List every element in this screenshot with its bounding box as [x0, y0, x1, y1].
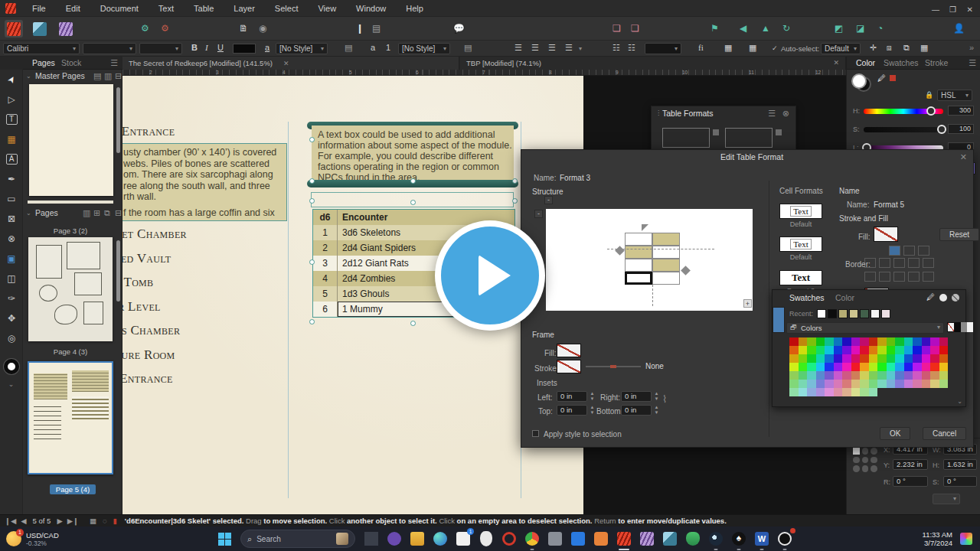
- border-preset-button[interactable]: [879, 258, 890, 268]
- steam-taskbar-icon[interactable]: [707, 530, 725, 548]
- photo-persona-button[interactable]: [57, 20, 75, 37]
- tab1-close-icon[interactable]: ✕: [283, 60, 289, 67]
- table-format-default[interactable]: [662, 128, 710, 148]
- palette-color[interactable]: [895, 380, 904, 388]
- border-preset-button[interactable]: [864, 272, 876, 282]
- palette-color[interactable]: [913, 371, 922, 380]
- settings-gear-icon[interactable]: ⚙: [161, 23, 169, 34]
- task-view-taskbar-icon[interactable]: [362, 530, 381, 548]
- fill-none-swatch[interactable]: [874, 227, 898, 242]
- color-panel-menu-icon[interactable]: ☰: [969, 58, 976, 68]
- anchor-b[interactable]: [862, 465, 869, 472]
- palette-color[interactable]: [789, 354, 799, 363]
- palette-color[interactable]: [851, 346, 861, 354]
- char-panel-icon[interactable]: ▤: [345, 43, 352, 53]
- palette-color[interactable]: [887, 337, 896, 346]
- anchor-bl[interactable]: [853, 465, 860, 472]
- arrange-forward-icon[interactable]: ❏: [612, 23, 621, 34]
- prev-page-button[interactable]: ◀: [21, 517, 26, 525]
- col-handle-diamond[interactable]: [681, 266, 691, 276]
- flip-vertical-icon[interactable]: ▲: [761, 23, 770, 34]
- palette-color[interactable]: [922, 363, 931, 371]
- palette-color[interactable]: [799, 337, 808, 346]
- snap-bounds-icon[interactable]: ⧈: [887, 43, 892, 53]
- palette-color[interactable]: [939, 363, 949, 371]
- master-page-thumbnail[interactable]: [29, 84, 113, 196]
- palette-color[interactable]: [789, 337, 799, 346]
- place-image-tool[interactable]: ▣: [0, 249, 23, 269]
- account-person-icon[interactable]: 👤: [953, 23, 965, 34]
- node-tool[interactable]: ▷: [0, 90, 23, 109]
- text-color-swatch[interactable]: [233, 44, 256, 54]
- list-style-select[interactable]: ▾: [645, 43, 681, 54]
- alienware-command-taskbar-icon[interactable]: ♠: [730, 530, 748, 548]
- alienware-taskbar-icon[interactable]: [477, 530, 495, 548]
- none-circle-icon[interactable]: [952, 294, 959, 302]
- font-style-select[interactable]: ▾: [83, 43, 136, 54]
- align-chevron-icon[interactable]: ▾: [579, 45, 582, 52]
- h-field[interactable]: 1.632 in: [943, 459, 977, 470]
- room-description-textbox[interactable]: usty chamber (90’ x 140’) is coveredwebs…: [122, 143, 287, 221]
- palette-color[interactable]: [913, 354, 922, 363]
- anchor-br[interactable]: [871, 465, 877, 472]
- hue-value[interactable]: 300: [948, 106, 974, 116]
- align-center-icon[interactable]: ☰: [531, 43, 539, 53]
- palette-color[interactable]: [913, 346, 922, 354]
- snap-grid-icon[interactable]: ▦: [920, 43, 928, 53]
- saturation-value[interactable]: 100: [948, 124, 974, 134]
- hue-slider[interactable]: [864, 109, 943, 114]
- palette-color[interactable]: [922, 337, 931, 346]
- colors-dropdown[interactable]: 🗗 Colors ▾: [786, 322, 944, 334]
- word-taskbar-icon[interactable]: W: [753, 530, 771, 548]
- palette-color[interactable]: [877, 346, 887, 354]
- store-taskbar-icon[interactable]: 1: [454, 530, 472, 548]
- font-family-select[interactable]: Calibri▾: [3, 43, 80, 54]
- art-text-tool[interactable]: A: [0, 149, 23, 169]
- master-pages-scrollbar[interactable]: [116, 87, 120, 153]
- structure-minus-row-button[interactable]: -: [534, 210, 543, 218]
- palette-color[interactable]: [789, 380, 799, 388]
- palette-color[interactable]: [895, 363, 904, 371]
- menu-item-layer[interactable]: Layer: [224, 0, 265, 17]
- palette-color[interactable]: [816, 354, 825, 363]
- palette-color[interactable]: [895, 371, 904, 380]
- palette-color[interactable]: [869, 354, 878, 363]
- palette-color[interactable]: [904, 354, 913, 363]
- dialog-titlebar[interactable]: Edit Table Format ✕: [521, 150, 973, 164]
- palette-color[interactable]: [816, 388, 825, 396]
- file-explorer-taskbar-icon[interactable]: [408, 530, 426, 548]
- border-preset-button[interactable]: [903, 246, 915, 256]
- apply-style-checkbox[interactable]: [532, 430, 539, 437]
- menu-item-window[interactable]: Window: [346, 0, 396, 17]
- frame-text-tool[interactable]: T: [0, 109, 23, 129]
- y-field[interactable]: 2.232 in: [893, 459, 928, 470]
- palette-color[interactable]: [922, 346, 931, 354]
- palette-color[interactable]: [895, 337, 904, 346]
- swatches-tab[interactable]: Swatches: [884, 58, 919, 67]
- palette-color[interactable]: [930, 371, 939, 380]
- frame-stroke-value[interactable]: None: [645, 362, 664, 370]
- border-preset-button[interactable]: [893, 258, 905, 268]
- palette-color[interactable]: [807, 363, 816, 371]
- palette-color[interactable]: [869, 346, 878, 354]
- border-preset-button[interactable]: [918, 246, 929, 256]
- page5-label[interactable]: Page 5 (4): [50, 484, 96, 494]
- border-preset-button[interactable]: [908, 258, 920, 268]
- delete-master-icon[interactable]: ⊟: [115, 71, 122, 81]
- quick-gray-chip[interactable]: [961, 322, 967, 332]
- palette-color[interactable]: [939, 380, 949, 388]
- designer-persona-button[interactable]: [31, 20, 49, 37]
- page5-thumbnail-current[interactable]: [28, 361, 113, 474]
- palette-color[interactable]: [807, 346, 816, 354]
- snapping-icon[interactable]: ▤: [372, 23, 381, 34]
- move-tool[interactable]: ➤: [0, 70, 23, 90]
- palette-color[interactable]: [834, 354, 843, 363]
- palette-color[interactable]: [913, 380, 922, 388]
- text-frame-outline[interactable]: [311, 192, 514, 207]
- opera-taskbar-icon[interactable]: [500, 530, 518, 548]
- palette-color[interactable]: [851, 337, 861, 346]
- palette-color[interactable]: [930, 363, 939, 371]
- align-left-icon[interactable]: ☰: [514, 43, 522, 53]
- video-play-button[interactable]: [435, 220, 545, 331]
- palette-color[interactable]: [869, 363, 878, 371]
